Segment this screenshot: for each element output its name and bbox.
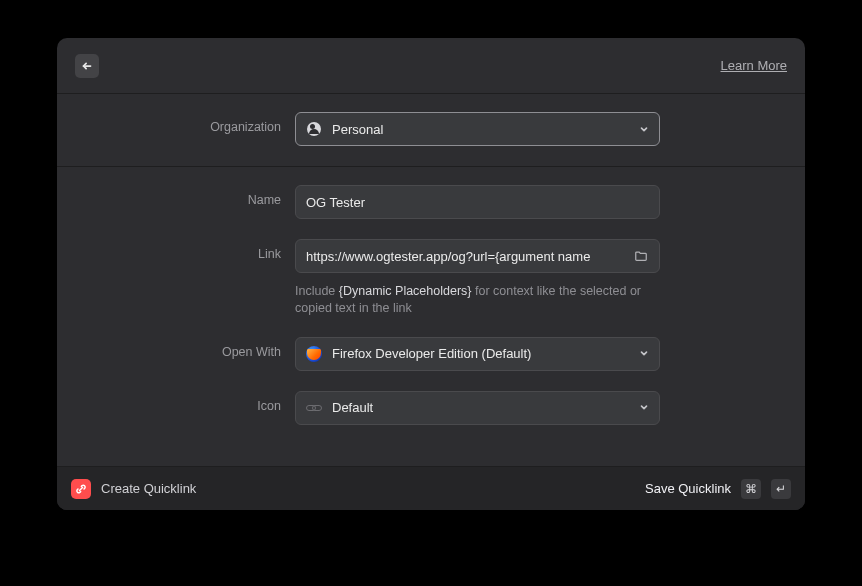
label-organization: Organization xyxy=(57,112,295,134)
label-icon: Icon xyxy=(57,391,295,413)
organization-select[interactable]: Personal xyxy=(295,112,660,146)
label-name: Name xyxy=(57,185,295,207)
openwith-value: Firefox Developer Edition (Default) xyxy=(332,346,531,361)
chevron-down-icon xyxy=(639,122,649,137)
quicklink-editor-window: Learn More Organization Personal Name xyxy=(57,38,805,510)
link-field-wrap[interactable] xyxy=(295,239,660,273)
arrow-left-icon xyxy=(80,59,94,73)
organization-value: Personal xyxy=(332,122,383,137)
firefox-icon xyxy=(306,346,322,362)
label-link: Link xyxy=(57,239,295,261)
link-input[interactable] xyxy=(306,249,625,264)
row-openwith: Open With Firefox Developer Edition (Def… xyxy=(57,337,805,371)
row-icon: Icon Default xyxy=(57,391,805,425)
link-icon xyxy=(306,400,322,416)
openwith-select[interactable]: Firefox Developer Edition (Default) xyxy=(295,337,660,371)
link-hint: Include {Dynamic Placeholders} for conte… xyxy=(295,283,660,317)
person-icon xyxy=(306,121,322,137)
save-button[interactable]: Save Quicklink xyxy=(645,481,731,496)
name-field-wrap[interactable] xyxy=(295,185,660,219)
row-link: Link Include {Dynamic Placeholders} for … xyxy=(57,239,805,317)
link-badge-icon xyxy=(75,483,87,495)
footer-title: Create Quicklink xyxy=(101,481,196,496)
footer: Create Quicklink Save Quicklink ⌘ ↵ xyxy=(57,466,805,510)
footer-left: Create Quicklink xyxy=(71,479,196,499)
chevron-down-icon xyxy=(639,346,649,361)
divider xyxy=(57,166,805,167)
row-organization: Organization Personal xyxy=(57,112,805,146)
placeholder-picker-button[interactable] xyxy=(629,244,653,268)
icon-value: Default xyxy=(332,400,373,415)
back-button[interactable] xyxy=(75,54,99,78)
row-name: Name xyxy=(57,185,805,219)
name-input[interactable] xyxy=(306,195,649,210)
shortcut-key-enter: ↵ xyxy=(771,479,791,499)
folder-icon xyxy=(634,249,648,263)
shortcut-key-cmd: ⌘ xyxy=(741,479,761,499)
icon-select[interactable]: Default xyxy=(295,391,660,425)
learn-more-link[interactable]: Learn More xyxy=(721,58,787,73)
footer-right: Save Quicklink ⌘ ↵ xyxy=(645,479,791,499)
chevron-down-icon xyxy=(639,400,649,415)
top-bar: Learn More xyxy=(57,38,805,94)
label-openwith: Open With xyxy=(57,337,295,359)
link-hint-prefix: Include xyxy=(295,284,339,298)
link-hint-highlight: {Dynamic Placeholders} xyxy=(339,284,472,298)
form-body: Organization Personal Name Li xyxy=(57,94,805,466)
quicklink-app-icon xyxy=(71,479,91,499)
